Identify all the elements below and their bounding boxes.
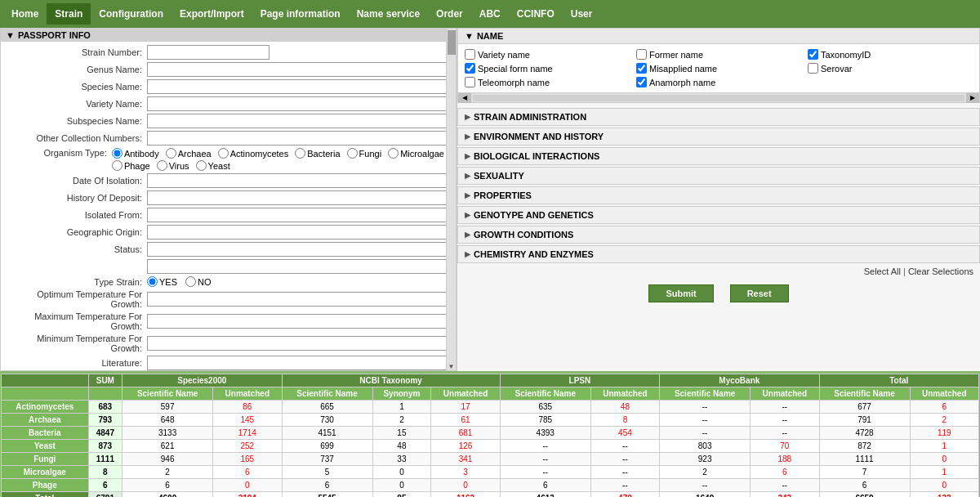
growth-conditions-header[interactable]: ▶ GROWTH CONDITIONS xyxy=(458,226,979,243)
history-deposit-input[interactable] xyxy=(147,190,452,205)
organism-virus[interactable]: Virus xyxy=(157,160,189,171)
ncbi-unm: 1162 xyxy=(431,492,500,498)
strain-number-input[interactable] xyxy=(147,45,270,60)
scrollbar-thumb[interactable] xyxy=(448,30,456,55)
checkbox-misapplied-name[interactable]: Misapplied name xyxy=(636,63,801,74)
nav-abc[interactable]: ABC xyxy=(471,3,509,25)
nav-configuration[interactable]: Configuration xyxy=(91,3,172,25)
select-all-link[interactable]: Select All xyxy=(864,266,901,276)
nav-name-service[interactable]: Name service xyxy=(349,3,428,25)
lpsn-sci: -- xyxy=(500,453,590,466)
name-scrollbar[interactable]: ◀ ▶ xyxy=(458,92,979,102)
bio-interactions-header[interactable]: ▶ BIOLOGICAL INTERACTIONS xyxy=(458,148,979,164)
organism-archaea[interactable]: Archaea xyxy=(166,148,212,159)
properties-header[interactable]: ▶ PROPERTIES xyxy=(458,187,979,204)
reset-button[interactable]: Reset xyxy=(730,284,789,302)
type-strain-no[interactable]: NO xyxy=(185,276,212,287)
clear-selections-link[interactable]: Clear Selections xyxy=(908,266,973,276)
env-history-triangle: ▶ xyxy=(465,132,470,141)
navbar: Home Strain Configuration Export/Import … xyxy=(0,0,980,28)
checkbox-former-name[interactable]: Former name xyxy=(636,49,801,60)
subspecies-name-input[interactable] xyxy=(147,114,452,128)
organism-bacteria[interactable]: Bacteria xyxy=(295,148,340,159)
group-header-mycobank: MycoBank xyxy=(660,374,819,387)
sub-lpsn-unm: Unmatched xyxy=(590,387,659,401)
status-input[interactable] xyxy=(147,242,452,257)
nav-strain[interactable]: Strain xyxy=(47,3,91,25)
scroll-down-arrow[interactable]: ▼ xyxy=(447,363,456,370)
ncbi-unm: 341 xyxy=(431,453,500,466)
ncbi-syn: 15 xyxy=(372,427,431,440)
scrollbar[interactable]: ▼ xyxy=(446,29,456,370)
table-row: Archaea7936481457302617858----7912 xyxy=(2,414,979,427)
collapse-icon[interactable]: ▼ xyxy=(6,30,15,40)
sub-lpsn-sci: Scientific Name xyxy=(500,387,590,401)
bio-interactions-section: ▶ BIOLOGICAL INTERACTIONS xyxy=(457,147,980,165)
organism-antibody[interactable]: Antibody xyxy=(112,148,159,159)
genus-name-input[interactable] xyxy=(147,62,452,77)
sp2000-unm: 252 xyxy=(213,440,282,453)
date-isolation-input[interactable] xyxy=(147,173,452,188)
scroll-track[interactable] xyxy=(473,95,964,101)
sub-total-unm: Unmatched xyxy=(910,387,978,401)
env-history-header[interactable]: ▶ ENVIRONMENT AND HISTORY xyxy=(458,128,979,145)
strain-number-row: Strain Number: xyxy=(1,45,456,60)
variety-name-input[interactable] xyxy=(147,96,452,111)
strain-admin-header[interactable]: ▶ STRAIN ADMINISTRATION xyxy=(458,109,979,125)
genus-name-row: Genus Name: xyxy=(1,62,456,77)
checkbox-anamorph-name[interactable]: Anamorph name xyxy=(636,77,801,87)
lpsn-sci: -- xyxy=(500,466,590,479)
nav-user[interactable]: User xyxy=(563,3,601,25)
other-collection-input[interactable] xyxy=(147,131,452,146)
nav-export-import[interactable]: Export/Import xyxy=(172,3,252,25)
ncbi-sci: 699 xyxy=(282,440,372,453)
chemistry-enzymes-header[interactable]: ▶ CHEMISTRY AND ENZYMES xyxy=(458,246,979,262)
isolated-from-input[interactable] xyxy=(147,208,452,222)
myco-unm: -- xyxy=(751,414,819,427)
geographic-origin-input[interactable] xyxy=(147,225,452,240)
literature-input[interactable] xyxy=(147,356,452,370)
scroll-right-btn[interactable]: ▶ xyxy=(966,93,979,103)
sp2000-unm: 2194 xyxy=(213,492,282,498)
sexuality-header[interactable]: ▶ SEXUALITY xyxy=(458,168,979,184)
organism-microalgae[interactable]: Microalgae xyxy=(388,148,444,159)
myco-sci: 2 xyxy=(660,466,751,479)
sp2000-sci: 648 xyxy=(122,414,213,427)
nav-page-information[interactable]: Page information xyxy=(252,3,349,25)
type-strain-yes[interactable]: YES xyxy=(147,276,177,287)
sub-sp2000-sci: Scientific Name xyxy=(122,387,213,401)
sub-ncbi-syn: Synonym xyxy=(372,387,431,401)
strain-admin-triangle: ▶ xyxy=(465,113,470,121)
scroll-left-btn[interactable]: ◀ xyxy=(458,93,471,103)
history-deposit-row: History Of Deposit: xyxy=(1,190,456,205)
env-history-section: ▶ ENVIRONMENT AND HISTORY xyxy=(457,128,980,146)
maximum-temp-input[interactable] xyxy=(147,314,452,329)
strain-number-label: Strain Number: xyxy=(4,47,147,57)
submit-button[interactable]: Submit xyxy=(648,284,713,302)
lpsn-unm: -- xyxy=(590,466,659,479)
nav-order[interactable]: Order xyxy=(428,3,471,25)
ncbi-syn: 1 xyxy=(372,401,431,414)
organism-actinomycetes[interactable]: Actinomycetes xyxy=(218,148,289,159)
nav-ccinfo[interactable]: CCINFO xyxy=(509,3,563,25)
status-label: Status: xyxy=(4,244,147,254)
organism-fungi[interactable]: Fungi xyxy=(347,148,382,159)
total-sci: 4728 xyxy=(819,427,910,440)
checkbox-variety-name[interactable]: Variety name xyxy=(465,49,630,60)
species-name-input[interactable] xyxy=(147,79,452,94)
extra-input[interactable] xyxy=(147,259,452,274)
genus-name-label: Genus Name: xyxy=(4,65,147,74)
checkbox-taxonomy-id[interactable]: TaxonomyID xyxy=(808,49,973,60)
minimum-temp-input[interactable] xyxy=(147,336,452,351)
ncbi-unm: 0 xyxy=(431,479,500,492)
checkbox-special-form-name[interactable]: Special form name xyxy=(465,63,630,74)
myco-unm: -- xyxy=(751,401,819,414)
optimum-temp-input[interactable] xyxy=(147,292,452,307)
empty-row xyxy=(1,259,456,274)
nav-home[interactable]: Home xyxy=(3,3,47,25)
organism-phage[interactable]: Phage xyxy=(112,160,150,171)
checkbox-serovar[interactable]: Serovar xyxy=(808,63,973,74)
organism-yeast[interactable]: Yeast xyxy=(196,160,230,171)
genotype-genetics-header[interactable]: ▶ GENOTYPE AND GENETICS xyxy=(458,207,979,223)
checkbox-teleomorph-name[interactable]: Teleomorph name xyxy=(465,77,630,87)
